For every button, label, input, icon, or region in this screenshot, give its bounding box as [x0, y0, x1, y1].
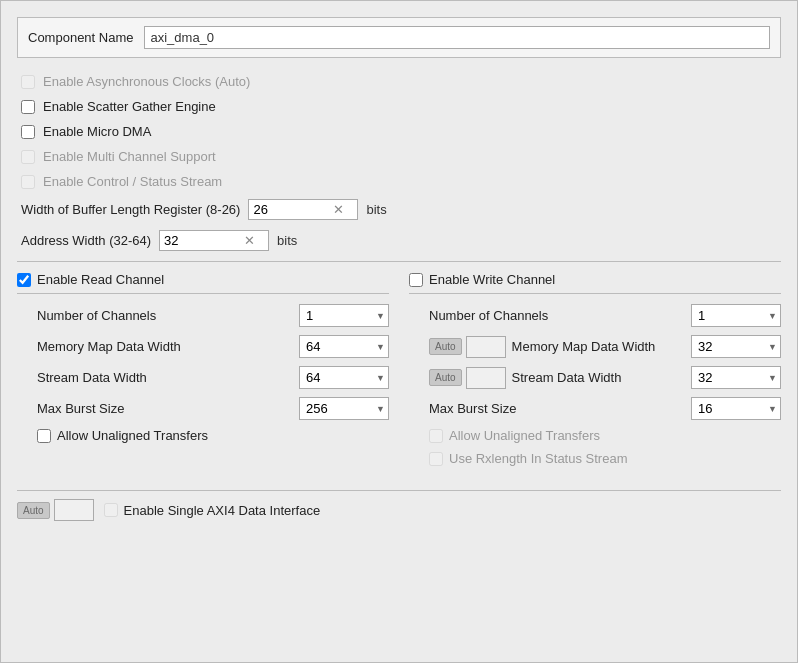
channels-section: Enable Read Channel Number of Channels 1…	[17, 272, 781, 474]
write-stream-data-width-row: Auto Stream Data Width 81632641282565121…	[409, 366, 781, 389]
write-num-channels-row: Number of Channels 1234	[409, 304, 781, 327]
write-allow-unaligned-label: Allow Unaligned Transfers	[449, 428, 600, 443]
buffer-length-input-wrap: ✕	[248, 199, 358, 220]
write-num-channels-label: Number of Channels	[429, 308, 691, 323]
read-allow-unaligned-checkbox[interactable]	[37, 429, 51, 443]
write-max-burst-size-row: Max Burst Size 248163264128256	[409, 397, 781, 420]
address-width-label: Address Width (32-64)	[21, 233, 151, 248]
address-width-clear-icon[interactable]: ✕	[244, 234, 255, 247]
bottom-auto-badge: Auto	[17, 502, 50, 519]
write-stream-auto-input[interactable]	[466, 367, 506, 389]
read-max-burst-size-label: Max Burst Size	[37, 401, 299, 416]
write-mm-data-width-label: Memory Map Data Width	[512, 339, 691, 354]
enable-control-status-row: Enable Control / Status Stream	[17, 174, 781, 189]
write-num-channels-select[interactable]: 1234	[691, 304, 781, 327]
read-num-channels-select[interactable]: 1234	[299, 304, 389, 327]
write-channel-checkbox[interactable]	[409, 273, 423, 287]
write-max-burst-size-select[interactable]: 248163264128256	[691, 397, 781, 420]
enable-multi-channel-label: Enable Multi Channel Support	[43, 149, 216, 164]
read-num-channels-row: Number of Channels 1234	[17, 304, 389, 327]
main-container: Component Name Enable Asynchronous Clock…	[0, 0, 798, 663]
read-allow-unaligned-row: Allow Unaligned Transfers	[17, 428, 389, 443]
enable-scatter-gather-label: Enable Scatter Gather Engine	[43, 99, 216, 114]
write-mm-auto-badge: Auto	[429, 338, 462, 355]
enable-scatter-gather-checkbox[interactable]	[21, 100, 35, 114]
read-mm-data-width-select-wrap: 32641282565121024	[299, 335, 389, 358]
read-channel-col: Enable Read Channel Number of Channels 1…	[17, 272, 389, 474]
enable-micro-dma-row: Enable Micro DMA	[17, 124, 781, 139]
buffer-length-row: Width of Buffer Length Register (8-26) ✕…	[17, 199, 781, 220]
read-max-burst-size-row: Max Burst Size 248163264128256	[17, 397, 389, 420]
write-num-channels-select-wrap: 1234	[691, 304, 781, 327]
address-width-input[interactable]	[164, 233, 242, 248]
write-use-rxlength-checkbox[interactable]	[429, 452, 443, 466]
enable-multi-channel-row: Enable Multi Channel Support	[17, 149, 781, 164]
address-width-suffix: bits	[277, 233, 297, 248]
enable-scatter-gather-row: Enable Scatter Gather Engine	[17, 99, 781, 114]
write-channel-col: Enable Write Channel Number of Channels …	[409, 272, 781, 474]
read-allow-unaligned-label: Allow Unaligned Transfers	[57, 428, 208, 443]
write-stream-data-width-select[interactable]: 81632641282565121024	[691, 366, 781, 389]
address-width-input-wrap: ✕	[159, 230, 269, 251]
read-stream-data-width-row: Stream Data Width 81632641282565121024	[17, 366, 389, 389]
enable-control-status-checkbox[interactable]	[21, 175, 35, 189]
write-mm-data-width-select-wrap: 32641282565121024	[691, 335, 781, 358]
buffer-length-input[interactable]	[253, 202, 331, 217]
bottom-bar: Auto Enable Single AXI4 Data Interface	[17, 490, 781, 521]
enable-single-axi4-label: Enable Single AXI4 Data Interface	[124, 503, 321, 518]
write-mm-data-width-select[interactable]: 32641282565121024	[691, 335, 781, 358]
component-name-label: Component Name	[28, 30, 134, 45]
write-mm-auto-input[interactable]	[466, 336, 506, 358]
write-stream-data-width-label: Stream Data Width	[512, 370, 691, 385]
read-num-channels-label: Number of Channels	[37, 308, 299, 323]
read-num-channels-select-wrap: 1234	[299, 304, 389, 327]
write-max-burst-size-select-wrap: 248163264128256	[691, 397, 781, 420]
write-use-rxlength-row: Use Rxlength In Status Stream	[409, 451, 781, 466]
enable-async-clocks-row: Enable Asynchronous Clocks (Auto)	[17, 74, 781, 89]
bottom-auto-input[interactable]	[54, 499, 94, 521]
write-channel-label: Enable Write Channel	[429, 272, 555, 287]
enable-single-axi4-checkbox[interactable]	[104, 503, 118, 517]
read-stream-data-width-select[interactable]: 81632641282565121024	[299, 366, 389, 389]
read-channel-checkbox[interactable]	[17, 273, 31, 287]
read-stream-data-width-label: Stream Data Width	[37, 370, 299, 385]
read-channel-label: Enable Read Channel	[37, 272, 164, 287]
read-max-burst-size-select[interactable]: 248163264128256	[299, 397, 389, 420]
read-mm-data-width-label: Memory Map Data Width	[37, 339, 299, 354]
read-mm-data-width-select[interactable]: 32641282565121024	[299, 335, 389, 358]
enable-async-clocks-checkbox[interactable]	[21, 75, 35, 89]
buffer-length-clear-icon[interactable]: ✕	[333, 203, 344, 216]
read-mm-data-width-row: Memory Map Data Width 32641282565121024	[17, 335, 389, 358]
divider	[17, 261, 781, 262]
enable-multi-channel-checkbox[interactable]	[21, 150, 35, 164]
write-mm-data-width-row: Auto Memory Map Data Width 3264128256512…	[409, 335, 781, 358]
write-stream-data-width-select-wrap: 81632641282565121024	[691, 366, 781, 389]
write-stream-auto-badge: Auto	[429, 369, 462, 386]
buffer-length-label: Width of Buffer Length Register (8-26)	[21, 202, 240, 217]
read-channel-header: Enable Read Channel	[17, 272, 389, 294]
component-name-row: Component Name	[17, 17, 781, 58]
write-max-burst-size-label: Max Burst Size	[429, 401, 691, 416]
write-use-rxlength-label: Use Rxlength In Status Stream	[449, 451, 627, 466]
write-channel-header: Enable Write Channel	[409, 272, 781, 294]
address-width-row: Address Width (32-64) ✕ bits	[17, 230, 781, 251]
write-allow-unaligned-checkbox[interactable]	[429, 429, 443, 443]
write-allow-unaligned-row: Allow Unaligned Transfers	[409, 428, 781, 443]
enable-control-status-label: Enable Control / Status Stream	[43, 174, 222, 189]
enable-async-clocks-label: Enable Asynchronous Clocks (Auto)	[43, 74, 250, 89]
enable-micro-dma-label: Enable Micro DMA	[43, 124, 151, 139]
buffer-length-suffix: bits	[366, 202, 386, 217]
enable-micro-dma-checkbox[interactable]	[21, 125, 35, 139]
read-max-burst-size-select-wrap: 248163264128256	[299, 397, 389, 420]
read-stream-data-width-select-wrap: 81632641282565121024	[299, 366, 389, 389]
component-name-input[interactable]	[144, 26, 771, 49]
enable-single-axi4-row: Enable Single AXI4 Data Interface	[104, 503, 321, 518]
